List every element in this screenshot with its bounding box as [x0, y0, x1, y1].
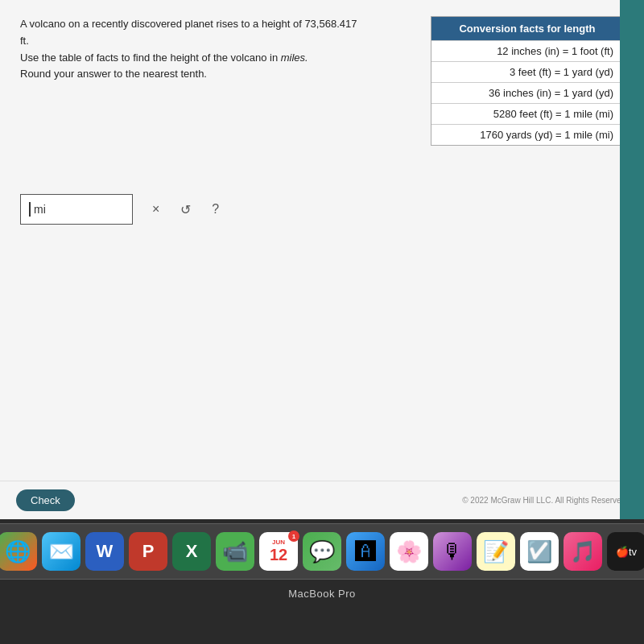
top-section: A volcano on a recently discovered plane…	[20, 16, 624, 146]
macbook-label: MacBook Pro	[288, 588, 356, 600]
conversion-row-1: 12 inches (in) = 1 foot (ft)	[431, 40, 623, 61]
chrome-icon[interactable]: 🌐	[0, 532, 37, 571]
copyright-text: © 2022 McGraw Hill LLC. All Rights Reser…	[462, 496, 628, 505]
calendar-month: JUN	[272, 539, 285, 547]
appletv-icon[interactable]: 🍎tv	[607, 532, 644, 571]
dock-bar: 🧭 🌐 ✉️ W P X 📹 JUN 12 1 💬 🅰 🌸 🎙 📝 ☑️ 🎵 🍎…	[0, 523, 644, 580]
calendar-day: 12	[270, 546, 287, 564]
calendar-date: JUN 12	[270, 539, 287, 564]
text-cursor	[29, 202, 31, 217]
conversion-row-2: 3 feet (ft) = 1 yard (yd)	[431, 61, 623, 82]
calendar-icon[interactable]: JUN 12 1	[259, 532, 298, 571]
problem-line2: Use the table of facts to find the heigh…	[20, 50, 366, 67]
problem-line3: Round your answer to the nearest tenth.	[20, 66, 366, 83]
conversion-row-3: 36 inches (in) = 1 yard (yd)	[431, 82, 623, 103]
excel-icon[interactable]: X	[172, 532, 211, 571]
powerpoint-icon[interactable]: P	[129, 532, 167, 571]
facetime-icon[interactable]: 📹	[216, 532, 254, 571]
conversion-row-4: 5280 feet (ft) = 1 mile (mi)	[431, 103, 623, 124]
mail-icon[interactable]: ✉️	[42, 532, 80, 571]
music-icon[interactable]: 🎵	[564, 532, 602, 571]
main-content: A volcano on a recently discovered plane…	[0, 0, 644, 481]
problem-line1: A volcano on a recently discovered plane…	[20, 16, 366, 50]
conversion-table: Conversion facts for length 12 inches (i…	[431, 16, 624, 146]
podcasts-icon[interactable]: 🎙	[433, 532, 472, 571]
word-icon[interactable]: W	[85, 532, 124, 571]
undo-button[interactable]: ↺	[177, 199, 194, 221]
dock-area: 🧭 🌐 ✉️ W P X 📹 JUN 12 1 💬 🅰 🌸 🎙 📝 ☑️ 🎵 🍎…	[0, 519, 644, 644]
answer-row: mi × ↺ ?	[20, 194, 624, 225]
calendar-badge: 1	[288, 530, 299, 542]
problem-text: A volcano on a recently discovered plane…	[20, 16, 366, 83]
check-button[interactable]: Check	[16, 489, 75, 511]
answer-unit-label: mi	[34, 203, 46, 216]
action-buttons: × ↺ ?	[149, 199, 222, 221]
photos-icon[interactable]: 🌸	[390, 532, 428, 571]
conversion-row-5: 1760 yards (yd) = 1 mile (mi)	[431, 124, 623, 145]
conversion-table-header: Conversion facts for length	[431, 17, 623, 40]
bottom-bar: Check © 2022 McGraw Hill LLC. All Rights…	[0, 481, 644, 519]
reminders-icon[interactable]: ☑️	[520, 532, 559, 571]
middle-area: mi × ↺ ?	[20, 162, 624, 464]
answer-input-wrapper[interactable]: mi	[20, 194, 133, 225]
messages-icon[interactable]: 💬	[303, 532, 341, 571]
notes-icon[interactable]: 📝	[477, 532, 515, 571]
close-button[interactable]: ×	[149, 199, 163, 220]
appstore-icon[interactable]: 🅰	[346, 532, 385, 571]
help-button[interactable]: ?	[208, 199, 222, 220]
